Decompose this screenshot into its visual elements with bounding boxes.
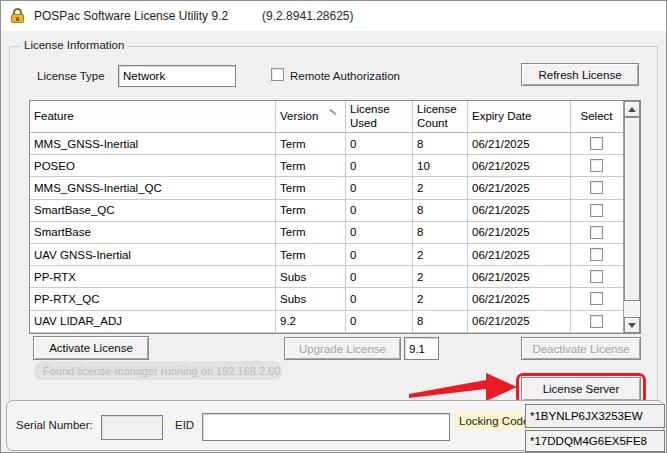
cell-feature[interactable]: UAV GNSS-Inertial	[30, 244, 276, 265]
cell-license-used[interactable]: 0	[346, 133, 413, 154]
license-type-label: License Type	[37, 70, 105, 82]
table-row[interactable]: POSEO Term 0 10 06/21/2025	[30, 155, 623, 177]
table-row[interactable]: MMS_GNSS-Inertial Term 0 8 06/21/2025	[30, 133, 623, 155]
column-header-select[interactable]: Select	[571, 101, 622, 132]
cell-license-count[interactable]: 2	[413, 244, 468, 265]
row-select-checkbox[interactable]	[590, 248, 603, 261]
table-header-row: Feature Version License Used License Cou…	[30, 101, 623, 133]
serial-number-field[interactable]	[101, 415, 163, 440]
cell-version[interactable]: Term	[276, 244, 346, 265]
row-select-checkbox[interactable]	[590, 226, 603, 239]
column-header-expiry-date[interactable]: Expiry Date	[468, 101, 571, 132]
cell-feature[interactable]: POSEO	[30, 155, 276, 176]
cell-select	[571, 266, 622, 287]
row-select-checkbox[interactable]	[590, 181, 603, 194]
table-row[interactable]: SmartBase_QC Term 0 8 06/21/2025	[30, 200, 623, 222]
table-row[interactable]: PP-RTX_QC Subs 0 2 06/21/2025	[30, 288, 623, 310]
cell-select	[571, 222, 622, 243]
table-vertical-scrollbar[interactable]	[623, 101, 640, 333]
table-row[interactable]: SmartBase Term 0 8 06/21/2025	[30, 222, 623, 244]
upgrade-version-field[interactable]: 9.1	[404, 337, 439, 360]
cell-version[interactable]: 9.2	[276, 311, 346, 332]
eid-field[interactable]	[202, 413, 450, 441]
cell-feature[interactable]: PP-RTX_QC	[30, 288, 276, 309]
cell-license-used[interactable]: 0	[346, 200, 413, 221]
column-header-license-used[interactable]: License Used	[346, 101, 413, 132]
cell-expiry-date[interactable]: 06/21/2025	[468, 288, 571, 309]
cell-feature[interactable]: PP-RTX	[30, 266, 276, 287]
cell-expiry-date[interactable]: 06/21/2025	[468, 200, 571, 221]
cell-license-count[interactable]: 8	[413, 133, 468, 154]
lock-icon	[10, 8, 26, 24]
scroll-down-icon[interactable]	[624, 317, 640, 333]
cell-expiry-date[interactable]: 06/21/2025	[468, 155, 571, 176]
cell-expiry-date[interactable]: 06/21/2025	[468, 222, 571, 243]
table-row[interactable]: PP-RTX Subs 0 2 06/21/2025	[30, 266, 623, 288]
row-select-checkbox[interactable]	[590, 137, 603, 150]
cell-license-count[interactable]: 8	[413, 222, 468, 243]
row-select-checkbox[interactable]	[590, 292, 603, 305]
group-label: License Information	[20, 39, 128, 51]
deactivate-license-button: Deactivate License	[521, 337, 641, 360]
row-select-checkbox[interactable]	[590, 270, 603, 283]
cell-version[interactable]: Term	[276, 222, 346, 243]
cell-feature[interactable]: MMS_GNSS-Inertial_QC	[30, 177, 276, 198]
cell-license-used[interactable]: 0	[346, 288, 413, 309]
cell-select	[571, 311, 622, 332]
locking-code-field-2[interactable]: *17DDQM4G6EX5FE8	[525, 430, 665, 452]
cell-select	[571, 200, 622, 221]
cell-license-count[interactable]: 2	[413, 177, 468, 198]
cell-feature[interactable]: UAV LIDAR_ADJ	[30, 311, 276, 332]
cell-feature[interactable]: SmartBase	[30, 222, 276, 243]
column-header-version[interactable]: Version	[276, 101, 346, 132]
remote-authorization-checkbox[interactable]	[271, 68, 284, 81]
window-build-number: (9.2.8941.28625)	[262, 9, 353, 23]
cell-version[interactable]: Term	[276, 200, 346, 221]
cell-version[interactable]: Term	[276, 177, 346, 198]
cell-license-used[interactable]: 0	[346, 177, 413, 198]
cell-license-count[interactable]: 2	[413, 288, 468, 309]
cell-version[interactable]: Subs	[276, 288, 346, 309]
cell-license-used[interactable]: 0	[346, 155, 413, 176]
cell-license-used[interactable]: 0	[346, 222, 413, 243]
cell-license-count[interactable]: 10	[413, 155, 468, 176]
cell-license-count[interactable]: 8	[413, 200, 468, 221]
cell-expiry-date[interactable]: 06/21/2025	[468, 177, 571, 198]
cell-select	[571, 288, 622, 309]
table-row[interactable]: MMS_GNSS-Inertial_QC Term 0 2 06/21/2025	[30, 177, 623, 199]
cell-license-count[interactable]: 2	[413, 266, 468, 287]
activate-license-button[interactable]: Activate License	[33, 336, 149, 360]
cell-license-count[interactable]: 8	[413, 311, 468, 332]
scrollbar-thumb[interactable]	[624, 117, 640, 301]
upgrade-license-button: Upgrade License	[284, 337, 401, 360]
column-header-license-count[interactable]: License Count	[413, 101, 468, 132]
cell-select	[571, 244, 622, 265]
table-row[interactable]: UAV GNSS-Inertial Term 0 2 06/21/2025	[30, 244, 623, 266]
cell-feature[interactable]: SmartBase_QC	[30, 200, 276, 221]
license-type-field[interactable]: Network	[118, 65, 236, 87]
scroll-up-icon[interactable]	[624, 101, 640, 117]
cell-expiry-date[interactable]: 06/21/2025	[468, 133, 571, 154]
table-row[interactable]: UAV LIDAR_ADJ 9.2 0 8 06/21/2025	[30, 311, 623, 333]
eid-label: EID	[175, 419, 194, 431]
cell-license-used[interactable]: 0	[346, 244, 413, 265]
row-select-checkbox[interactable]	[590, 159, 603, 172]
cell-license-used[interactable]: 0	[346, 311, 413, 332]
license-server-button[interactable]: License Server	[521, 377, 641, 401]
cell-expiry-date[interactable]: 06/21/2025	[468, 311, 571, 332]
row-select-checkbox[interactable]	[590, 315, 603, 328]
row-select-checkbox[interactable]	[590, 204, 603, 217]
column-header-feature[interactable]: Feature	[30, 101, 276, 132]
locking-code-field-1[interactable]: *1BYNLP6JX3253EW	[525, 404, 665, 428]
cell-feature[interactable]: MMS_GNSS-Inertial	[30, 133, 276, 154]
cell-version[interactable]: Term	[276, 155, 346, 176]
cell-version[interactable]: Term	[276, 133, 346, 154]
cell-version[interactable]: Subs	[276, 266, 346, 287]
refresh-license-button[interactable]: Refresh License	[521, 63, 639, 86]
cell-expiry-date[interactable]: 06/21/2025	[468, 244, 571, 265]
cell-license-used[interactable]: 0	[346, 266, 413, 287]
cell-expiry-date[interactable]: 06/21/2025	[468, 266, 571, 287]
pospac-license-utility-window: POSPac Software License Utility 9.2 (9.2…	[0, 0, 667, 453]
cell-select	[571, 133, 622, 154]
titlebar: POSPac Software License Utility 9.2 (9.2…	[1, 1, 666, 31]
